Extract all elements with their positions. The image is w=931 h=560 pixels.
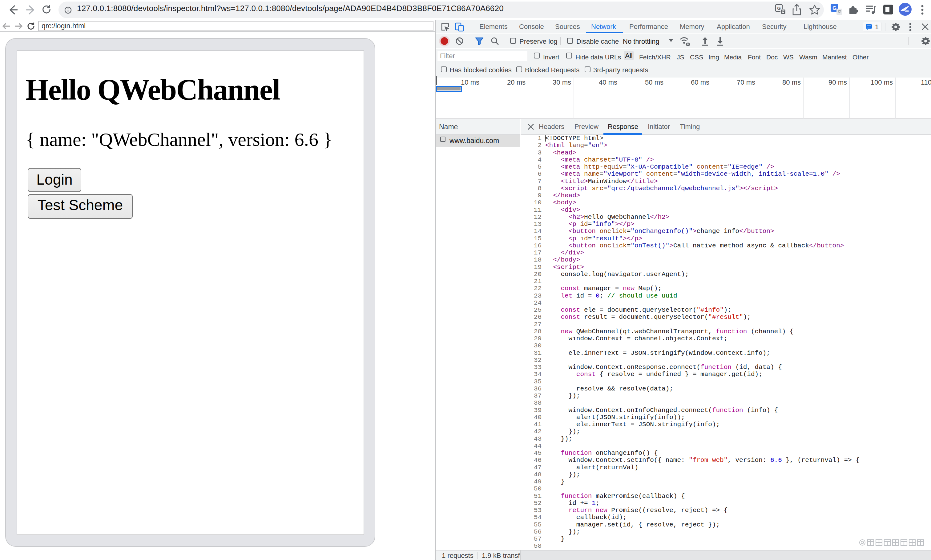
svg-text:G: G <box>832 5 837 11</box>
svg-text:G: G <box>777 6 781 11</box>
